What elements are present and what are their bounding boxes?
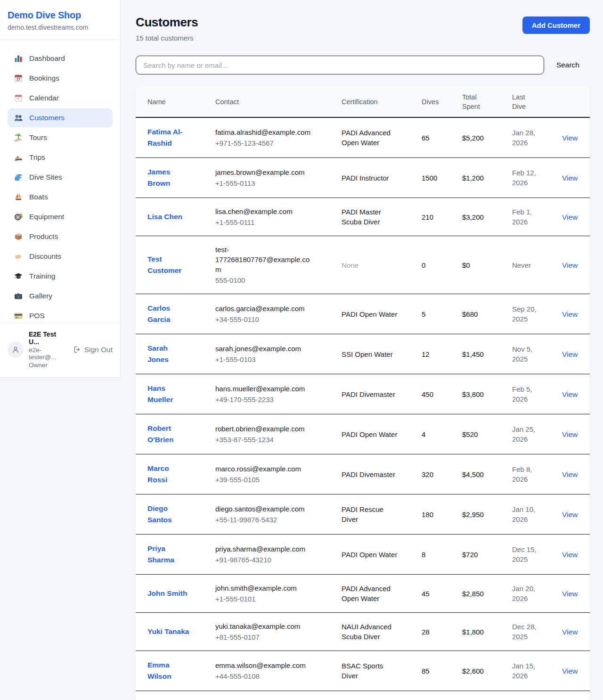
sidebar-item-equipment[interactable]: Equipment xyxy=(8,207,113,226)
certification-value: None xyxy=(342,261,359,269)
certification-value: BSAC Sports Diver xyxy=(342,662,383,680)
app: Demo Dive Shop demo.test.divestreams.com… xyxy=(0,0,603,700)
customer-name-link[interactable]: James Brown xyxy=(147,168,170,187)
camera-icon xyxy=(14,291,23,301)
customer-email: test-1772681807767@example.com xyxy=(215,245,314,274)
name-cell: Fatima Al-Rashid xyxy=(136,117,204,158)
name-cell: Test Customer xyxy=(136,236,204,294)
view-link[interactable]: View xyxy=(562,390,578,398)
sidebar-item-discounts[interactable]: Discounts xyxy=(8,247,113,266)
sidebar-item-training[interactable]: Training xyxy=(8,267,113,286)
sign-out-label: Sign Out xyxy=(84,346,113,354)
view-link[interactable]: View xyxy=(562,511,578,519)
name-cell: Marco Rossi xyxy=(136,454,204,494)
contact-cell: lisa.chen@example.com +1-555-0111 xyxy=(204,198,330,236)
customer-name-link[interactable]: Diego Santos xyxy=(147,504,172,524)
sidebar-item-dashboard[interactable]: Dashboard xyxy=(8,49,113,68)
sailboat-icon xyxy=(14,192,23,202)
customer-name-link[interactable]: Emma Wilson xyxy=(147,661,171,680)
view-link[interactable]: View xyxy=(562,470,578,478)
view-link[interactable]: View xyxy=(562,628,578,636)
last-dive-cell: Jan 25, 2026 xyxy=(501,414,551,454)
customer-name-link[interactable]: Sarah Jones xyxy=(147,344,169,363)
customer-email: diego.santos@example.com xyxy=(215,504,314,514)
customer-name-link[interactable]: Marco Rossi xyxy=(147,464,169,484)
add-customer-button[interactable]: Add Customer xyxy=(522,16,590,34)
total-spent-cell: $2,950 xyxy=(451,494,501,535)
sidebar-item-calendar[interactable]: Calendar xyxy=(8,89,113,107)
page-header: Customers 15 total customers Add Custome… xyxy=(136,15,590,42)
view-link[interactable]: View xyxy=(562,213,578,221)
customer-name-link[interactable]: Carlos Garcia xyxy=(147,304,170,323)
total-spent-cell: $1,200 xyxy=(451,158,501,198)
sidebar-item-tours[interactable]: Tours xyxy=(8,128,113,147)
total-spent-cell: $3,800 xyxy=(451,374,501,414)
customer-name-link[interactable]: John Smith xyxy=(147,589,187,597)
customer-name-link[interactable]: Fatima Al-Rashid xyxy=(147,128,182,147)
last-dive-cell: Jan 20, 2026 xyxy=(501,575,551,613)
search-button[interactable]: Search xyxy=(556,61,579,69)
user-name: E2E Test U... xyxy=(29,330,68,346)
table-row: Priya Sharma priya.sharma@example.com +9… xyxy=(136,535,590,575)
view-cell: View xyxy=(551,158,590,198)
sidebar-item-pos[interactable]: POS xyxy=(8,306,113,323)
sidebar-item-customers[interactable]: Customers xyxy=(8,108,113,127)
view-link[interactable]: View xyxy=(562,551,578,559)
column-header-dives: Dives xyxy=(410,87,451,117)
customer-name-link[interactable]: Hans Mueller xyxy=(147,384,173,404)
name-cell: Robert O'Brien xyxy=(136,414,204,454)
last-dive-cell: Jan 15, 2026 xyxy=(501,651,551,691)
page-title: Customers xyxy=(136,15,198,30)
customer-email: robert.obrien@example.com xyxy=(215,424,314,434)
sidebar-item-trips[interactable]: Trips xyxy=(8,148,113,167)
certification-cell: PADI Advanced Open Water xyxy=(330,691,410,700)
certification-value: PADI Instructor xyxy=(342,174,389,182)
view-link[interactable]: View xyxy=(562,261,578,269)
total-spent-cell: $520 xyxy=(451,414,501,454)
view-link[interactable]: View xyxy=(562,590,578,598)
sidebar-item-products[interactable]: Products xyxy=(8,227,113,246)
certification-value: PADI Master Scuba Diver xyxy=(342,208,381,226)
view-link[interactable]: View xyxy=(562,350,578,358)
sign-out-button[interactable]: Sign Out xyxy=(73,346,113,354)
sidebar-item-bookings[interactable]: 17 Bookings xyxy=(8,69,113,88)
contact-cell: hans.mueller@example.com +49-170-555-223… xyxy=(204,374,330,414)
last-dive-cell: Jan 10, 2026 xyxy=(501,494,551,535)
contact-cell: yuki.tanaka@example.com +81-555-0107 xyxy=(204,613,330,651)
customer-name-link[interactable]: Yuki Tanaka xyxy=(147,627,189,635)
contact-cell: diego.santos@example.com +55-11-99876-54… xyxy=(204,494,330,535)
customer-phone: +34-555-0110 xyxy=(215,314,314,324)
sidebar-item-boats[interactable]: Boats xyxy=(8,188,113,206)
column-header-contact: Contact xyxy=(204,87,330,117)
name-cell: Yuki Tanaka xyxy=(136,613,204,651)
sidebar-item-label: Boats xyxy=(29,193,48,201)
sidebar-item-gallery[interactable]: Gallery xyxy=(8,287,113,305)
search-input[interactable] xyxy=(136,56,544,74)
view-cell: View xyxy=(551,374,590,414)
customer-name-link[interactable]: Robert O'Brien xyxy=(147,424,173,444)
dives-cell: 1500 xyxy=(410,158,451,198)
customer-name-link[interactable]: Lisa Chen xyxy=(147,213,182,221)
name-cell: Hans Mueller xyxy=(136,374,204,414)
view-link[interactable]: View xyxy=(562,174,578,182)
view-cell: View xyxy=(551,575,590,613)
view-link[interactable]: View xyxy=(562,134,578,142)
sidebar-item-dive-sites[interactable]: Dive Sites xyxy=(8,168,113,187)
view-link[interactable]: View xyxy=(562,667,578,675)
customer-name-link[interactable]: Test Customer xyxy=(147,255,181,274)
certification-cell: NAUI Advanced Scuba Diver xyxy=(330,613,410,651)
view-cell: View xyxy=(551,454,590,494)
certification-cell: PADI Open Water xyxy=(330,294,410,334)
view-link[interactable]: View xyxy=(562,310,578,318)
table-row: Robert O'Brien robert.obrien@example.com… xyxy=(136,414,590,454)
view-link[interactable]: View xyxy=(562,430,578,438)
user-email: e2e-tester@... xyxy=(29,346,68,361)
total-spent-cell: $680 xyxy=(451,294,501,334)
certification-value: PADI Rescue Diver xyxy=(342,505,383,523)
contact-cell: test-1772681807767@example.com 555-0100 xyxy=(204,236,330,294)
name-cell: James Brown xyxy=(136,158,204,198)
table-row: Sarah Jones sarah.jones@example.com +1-5… xyxy=(136,334,590,374)
view-cell: View xyxy=(551,414,590,454)
total-spent-cell: $3,200 xyxy=(451,198,501,236)
customer-name-link[interactable]: Priya Sharma xyxy=(147,544,174,564)
